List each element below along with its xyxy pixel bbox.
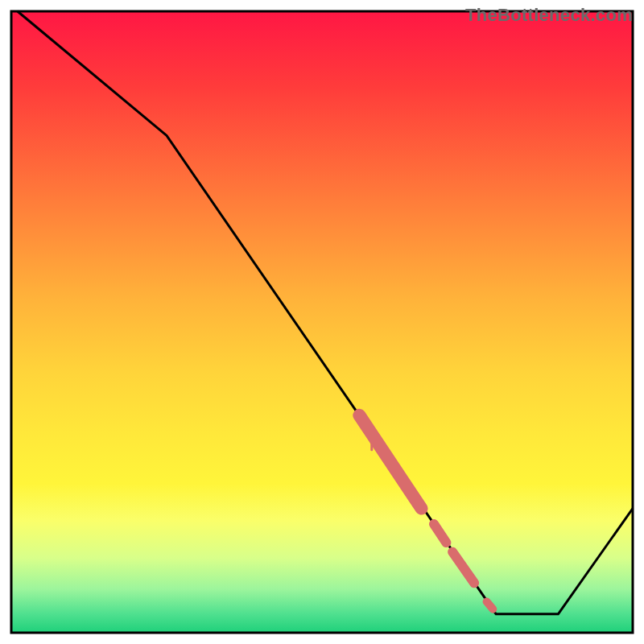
chart-svg	[0, 0, 644, 644]
highlight-segment	[487, 601, 493, 609]
bottleneck-chart: TheBottleneck.com	[0, 0, 644, 644]
plot-background	[11, 11, 633, 633]
